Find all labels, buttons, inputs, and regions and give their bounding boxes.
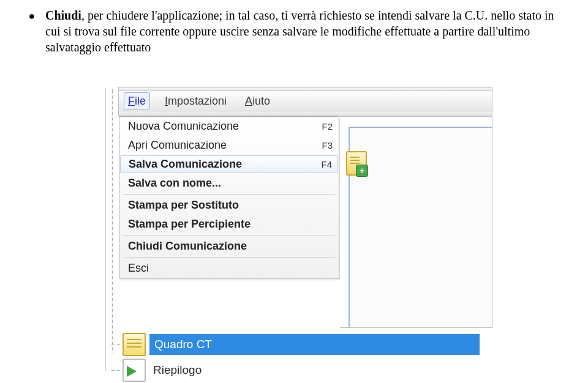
- tree-item-riepilogo[interactable]: Riepilogo: [105, 358, 480, 382]
- file-dropdown: Nuova Comunicazione F2 Apri Comunicazion…: [119, 116, 339, 278]
- tree-label: Quadro CT: [149, 334, 480, 355]
- menu-impostazioni[interactable]: Impostazioni: [161, 93, 230, 110]
- tree-item-quadro-ct[interactable]: Quadro CT: [105, 332, 480, 357]
- add-document-icon[interactable]: [346, 151, 367, 176]
- menu-item-chiudi-comunicazione[interactable]: Chiudi Comunicazione: [119, 237, 339, 256]
- tree-connector-icon: [111, 344, 121, 345]
- screenshot-figure: File Impostazioni Aiuto Nuova Comunicazi…: [105, 87, 492, 371]
- menu-aiuto[interactable]: Aiuto: [241, 93, 274, 110]
- menubar: File Impostazioni Aiuto: [118, 91, 492, 111]
- menu-separator: [123, 235, 335, 236]
- tree-label: Riepilogo: [149, 362, 205, 378]
- menu-separator: [123, 194, 335, 195]
- menu-item-salva[interactable]: Salva Comunicazione F4: [120, 155, 338, 173]
- menu-item-esci[interactable]: Esci: [119, 259, 339, 278]
- right-inner-panel: [349, 127, 492, 327]
- menu-file[interactable]: File: [124, 92, 150, 110]
- bullet-dot-icon: ●: [18, 7, 45, 55]
- menu-separator: [123, 257, 335, 258]
- app-window: File Impostazioni Aiuto Nuova Comunicazi…: [118, 87, 492, 328]
- menu-item-salva-nome[interactable]: Salva con nome...: [119, 174, 339, 193]
- menu-item-stampa-percipiente[interactable]: Stampa per Percipiente: [119, 215, 339, 234]
- bullet-body: Chiudi, per chiudere l'applicazione; in …: [45, 7, 570, 55]
- tree-connector-icon: [111, 370, 121, 371]
- document-icon: [123, 333, 146, 356]
- body-text: ● Chiudi, per chiudere l'applicazione; i…: [0, 0, 588, 55]
- toolbar-strip: [118, 111, 492, 116]
- bullet-lead: Chiudi: [45, 9, 81, 22]
- arrow-right-icon: [123, 359, 146, 382]
- bullet-cont: , per chiudere l'applicazione; in tal ca…: [45, 9, 554, 54]
- right-panel: [340, 116, 492, 328]
- menu-item-apri[interactable]: Apri Comunicazione F3: [119, 136, 339, 155]
- tree-strip: [105, 88, 118, 371]
- menu-item-stampa-sostituto[interactable]: Stampa per Sostituto: [119, 196, 339, 215]
- menu-item-nuova[interactable]: Nuova Comunicazione F2: [119, 117, 339, 136]
